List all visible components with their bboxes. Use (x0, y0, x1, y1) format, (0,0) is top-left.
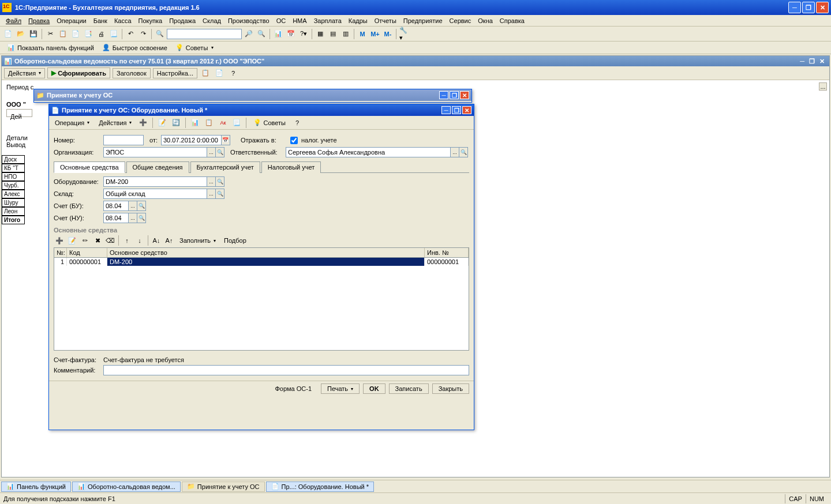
org-select-icon[interactable]: ... (207, 147, 216, 157)
acc-bu-select-icon[interactable]: ... (128, 201, 137, 211)
menu-bank[interactable]: Банк (90, 16, 111, 25)
mdi-tool1-icon[interactable]: 📋 (200, 67, 211, 79)
col-n[interactable]: №: (54, 248, 67, 257)
dt-icon[interactable]: 📊 (189, 117, 201, 129)
maximize-button[interactable]: ❐ (802, 2, 815, 13)
calendar-picker-icon[interactable]: 📅 (221, 135, 230, 145)
wh-select-icon[interactable]: ... (207, 189, 216, 199)
grid-body[interactable]: 1 000000001 DM-200 000000001 (54, 258, 469, 350)
find-next-icon[interactable]: 🔎 (243, 28, 254, 40)
win2-min-icon[interactable]: ─ (441, 106, 451, 114)
task-report[interactable]: 📊Оборотно-сальдовая ведом... (72, 482, 181, 492)
mdi-minimize-icon[interactable]: ─ (800, 58, 804, 65)
operation-button[interactable]: Операция (51, 118, 93, 127)
mdi-tool2-icon[interactable]: 📄 (214, 67, 225, 79)
menu-windows[interactable]: Окна (474, 16, 496, 25)
dialog-tips-button[interactable]: 💡Советы (250, 118, 289, 127)
resp-input[interactable] (286, 147, 451, 157)
find-icon[interactable]: 🔍 (154, 28, 166, 40)
help-drop-icon[interactable]: ?▾ (298, 28, 309, 40)
wh-search-icon[interactable]: 🔍 (215, 189, 224, 199)
menu-kassa[interactable]: Касса (111, 16, 135, 25)
equip-search-icon[interactable]: 🔍 (215, 176, 224, 187)
close-dialog-button[interactable]: Закрыть (432, 383, 469, 394)
form-os1-button[interactable]: Форма ОС-1 (269, 383, 317, 394)
number-input[interactable] (103, 135, 144, 145)
minimize-button[interactable]: ─ (788, 2, 801, 13)
mdi-close-icon[interactable]: ✕ (819, 58, 825, 65)
copy-icon[interactable]: 📋 (57, 28, 69, 40)
grid-edit-icon[interactable]: ✏ (79, 235, 91, 246)
acc-nu-search-icon[interactable]: 🔍 (137, 213, 146, 223)
undo-icon[interactable]: ↶ (125, 28, 136, 40)
report-icon[interactable]: 📃 (231, 117, 242, 129)
window-os-accept-titlebar[interactable]: 📄Принятие к учету ОС: Оборудование. Новы… (49, 104, 474, 116)
equip-input[interactable] (103, 176, 207, 187)
grid-sort2-icon[interactable]: A↑ (163, 235, 175, 246)
new-icon[interactable]: 📄 (2, 28, 14, 40)
redo-icon[interactable]: ↷ (137, 28, 149, 40)
menu-kadry[interactable]: Кадры (345, 16, 371, 25)
menu-nma[interactable]: НМА (289, 16, 310, 25)
menu-salary[interactable]: Зарплата (310, 16, 345, 25)
menu-sklad[interactable]: Склад (199, 16, 224, 25)
menu-ops[interactable]: Операции (53, 16, 89, 25)
form-button[interactable]: ▶Сформировать (47, 67, 110, 78)
menu-file[interactable]: Файл (2, 16, 25, 25)
header-button[interactable]: Заголовок (113, 68, 151, 78)
menu-edit[interactable]: Правка (25, 16, 53, 25)
find-prev-icon[interactable]: 🔍 (256, 28, 267, 40)
col-code[interactable]: Код (67, 248, 107, 257)
resp-select-icon[interactable]: ... (450, 147, 459, 157)
task-panel[interactable]: 📊Панель функций (1, 482, 71, 492)
paste-icon[interactable]: 📄 (70, 28, 81, 40)
dialog-help-icon[interactable]: ? (291, 117, 303, 129)
akt-icon[interactable]: Ак (217, 117, 229, 129)
acc-bu-input[interactable] (103, 201, 129, 211)
preview-icon[interactable]: 📃 (108, 28, 119, 40)
tax-checkbox[interactable] (290, 137, 298, 144)
window-os-list[interactable]: 📁Принятие к учету ОС ─ ❐ ✕ (33, 89, 472, 103)
tips-button[interactable]: 💡Советы (173, 43, 216, 52)
show-panel-button[interactable]: 📊Показать панель функций (5, 43, 96, 52)
win1-max-icon[interactable]: ❐ (450, 91, 459, 99)
add-icon[interactable]: ➕ (137, 117, 149, 129)
mplus-button[interactable]: М+ (369, 28, 381, 40)
win1-close-icon[interactable]: ✕ (460, 91, 469, 99)
menu-enterprise[interactable]: Предприятие (400, 16, 446, 25)
calendar-icon[interactable]: 📅 (285, 28, 297, 40)
win1-min-icon[interactable]: ─ (439, 91, 448, 99)
menu-buy[interactable]: Покупка (135, 16, 166, 25)
clone-icon[interactable]: 📑 (83, 28, 94, 40)
print-icon[interactable]: 🖨 (95, 28, 107, 40)
select-button[interactable]: Подбор (220, 236, 250, 245)
save-icon[interactable]: 💾 (28, 28, 39, 40)
grid-up-icon[interactable]: ↑ (121, 235, 133, 246)
mdi-restore-icon[interactable]: ❐ (809, 58, 815, 65)
col-item[interactable]: Основное средство (107, 248, 425, 257)
write-button[interactable]: Записать (389, 383, 429, 394)
org-input[interactable] (103, 147, 207, 157)
menu-prod[interactable]: Производство (224, 16, 273, 25)
grid-delall-icon[interactable]: ⌫ (104, 235, 116, 246)
window-os-list-titlebar[interactable]: 📁Принятие к учету ОС ─ ❐ ✕ (34, 89, 471, 101)
tab-os[interactable]: Основные средства (54, 161, 125, 173)
acc-bu-search-icon[interactable]: 🔍 (137, 201, 146, 211)
sheet-icon[interactable]: 📋 (203, 117, 215, 129)
tab-general[interactable]: Общие сведения (126, 161, 189, 173)
menu-os[interactable]: ОС (273, 16, 290, 25)
equip-select-icon[interactable]: ... (207, 176, 216, 187)
post-icon[interactable]: 📝 (156, 117, 168, 129)
comment-input[interactable] (103, 365, 469, 375)
ellipsis-button[interactable]: ... (819, 82, 827, 91)
list-icon[interactable]: ▤ (327, 28, 339, 40)
view-icon[interactable]: ▥ (340, 28, 351, 40)
grid-icon[interactable]: ▦ (315, 28, 326, 40)
settings-button[interactable]: Настройка... (153, 68, 197, 78)
print-button[interactable]: Печать (321, 383, 360, 394)
m-button[interactable]: М (357, 28, 368, 40)
calc-icon[interactable]: 📊 (272, 28, 284, 40)
grid-add-icon[interactable]: ➕ (54, 235, 65, 246)
actions-button[interactable]: Действия (4, 68, 45, 78)
open-icon[interactable]: 📂 (15, 28, 27, 40)
